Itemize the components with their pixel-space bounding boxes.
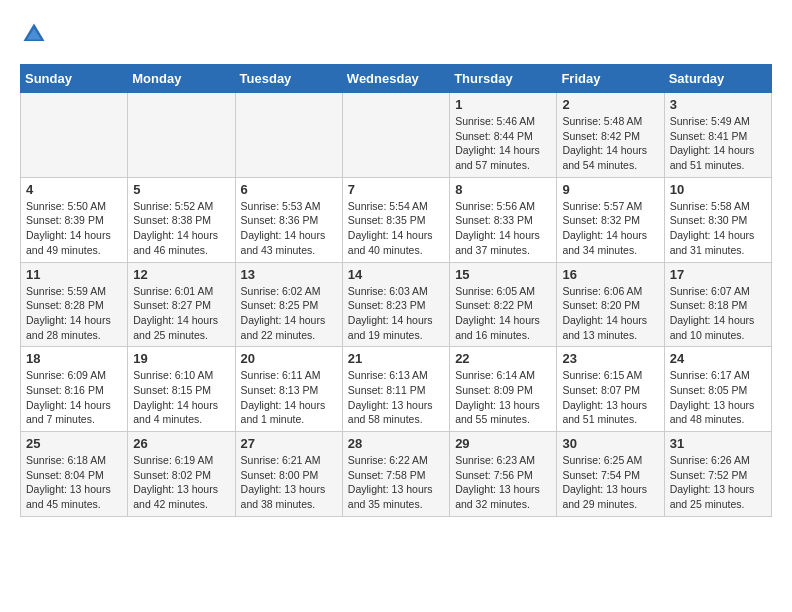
calendar-cell: 9Sunrise: 5:57 AMSunset: 8:32 PMDaylight… xyxy=(557,177,664,262)
calendar-cell xyxy=(235,93,342,178)
day-info: Sunrise: 6:22 AMSunset: 7:58 PMDaylight:… xyxy=(348,453,444,512)
day-number: 8 xyxy=(455,182,551,197)
day-info: Sunrise: 6:02 AMSunset: 8:25 PMDaylight:… xyxy=(241,284,337,343)
day-number: 26 xyxy=(133,436,229,451)
day-info: Sunrise: 6:15 AMSunset: 8:07 PMDaylight:… xyxy=(562,368,658,427)
day-info: Sunrise: 5:58 AMSunset: 8:30 PMDaylight:… xyxy=(670,199,766,258)
day-number: 5 xyxy=(133,182,229,197)
day-info: Sunrise: 6:07 AMSunset: 8:18 PMDaylight:… xyxy=(670,284,766,343)
calendar-cell xyxy=(21,93,128,178)
day-number: 17 xyxy=(670,267,766,282)
calendar-cell: 25Sunrise: 6:18 AMSunset: 8:04 PMDayligh… xyxy=(21,432,128,517)
day-number: 28 xyxy=(348,436,444,451)
calendar-header: SundayMondayTuesdayWednesdayThursdayFrid… xyxy=(21,65,772,93)
calendar-cell: 13Sunrise: 6:02 AMSunset: 8:25 PMDayligh… xyxy=(235,262,342,347)
calendar-cell: 14Sunrise: 6:03 AMSunset: 8:23 PMDayligh… xyxy=(342,262,449,347)
day-number: 31 xyxy=(670,436,766,451)
day-info: Sunrise: 6:19 AMSunset: 8:02 PMDaylight:… xyxy=(133,453,229,512)
day-number: 20 xyxy=(241,351,337,366)
calendar-cell: 1Sunrise: 5:46 AMSunset: 8:44 PMDaylight… xyxy=(450,93,557,178)
day-info: Sunrise: 6:11 AMSunset: 8:13 PMDaylight:… xyxy=(241,368,337,427)
day-number: 23 xyxy=(562,351,658,366)
day-number: 14 xyxy=(348,267,444,282)
day-of-week-header: Wednesday xyxy=(342,65,449,93)
logo xyxy=(20,20,52,48)
calendar-cell: 10Sunrise: 5:58 AMSunset: 8:30 PMDayligh… xyxy=(664,177,771,262)
day-number: 30 xyxy=(562,436,658,451)
day-info: Sunrise: 6:26 AMSunset: 7:52 PMDaylight:… xyxy=(670,453,766,512)
calendar-cell: 22Sunrise: 6:14 AMSunset: 8:09 PMDayligh… xyxy=(450,347,557,432)
day-number: 21 xyxy=(348,351,444,366)
calendar-cell: 30Sunrise: 6:25 AMSunset: 7:54 PMDayligh… xyxy=(557,432,664,517)
calendar-cell: 19Sunrise: 6:10 AMSunset: 8:15 PMDayligh… xyxy=(128,347,235,432)
day-number: 19 xyxy=(133,351,229,366)
day-info: Sunrise: 5:48 AMSunset: 8:42 PMDaylight:… xyxy=(562,114,658,173)
day-number: 11 xyxy=(26,267,122,282)
calendar-cell: 24Sunrise: 6:17 AMSunset: 8:05 PMDayligh… xyxy=(664,347,771,432)
day-info: Sunrise: 5:56 AMSunset: 8:33 PMDaylight:… xyxy=(455,199,551,258)
day-number: 3 xyxy=(670,97,766,112)
day-number: 6 xyxy=(241,182,337,197)
calendar-cell: 23Sunrise: 6:15 AMSunset: 8:07 PMDayligh… xyxy=(557,347,664,432)
calendar-cell: 2Sunrise: 5:48 AMSunset: 8:42 PMDaylight… xyxy=(557,93,664,178)
day-info: Sunrise: 6:17 AMSunset: 8:05 PMDaylight:… xyxy=(670,368,766,427)
page-header xyxy=(20,20,772,48)
day-number: 9 xyxy=(562,182,658,197)
day-info: Sunrise: 6:09 AMSunset: 8:16 PMDaylight:… xyxy=(26,368,122,427)
day-info: Sunrise: 6:03 AMSunset: 8:23 PMDaylight:… xyxy=(348,284,444,343)
calendar-cell: 7Sunrise: 5:54 AMSunset: 8:35 PMDaylight… xyxy=(342,177,449,262)
day-info: Sunrise: 5:54 AMSunset: 8:35 PMDaylight:… xyxy=(348,199,444,258)
day-number: 12 xyxy=(133,267,229,282)
day-number: 25 xyxy=(26,436,122,451)
calendar-cell: 6Sunrise: 5:53 AMSunset: 8:36 PMDaylight… xyxy=(235,177,342,262)
day-number: 22 xyxy=(455,351,551,366)
day-of-week-header: Monday xyxy=(128,65,235,93)
calendar-cell: 21Sunrise: 6:13 AMSunset: 8:11 PMDayligh… xyxy=(342,347,449,432)
day-info: Sunrise: 6:06 AMSunset: 8:20 PMDaylight:… xyxy=(562,284,658,343)
day-of-week-header: Sunday xyxy=(21,65,128,93)
day-info: Sunrise: 5:53 AMSunset: 8:36 PMDaylight:… xyxy=(241,199,337,258)
day-info: Sunrise: 6:14 AMSunset: 8:09 PMDaylight:… xyxy=(455,368,551,427)
day-info: Sunrise: 5:59 AMSunset: 8:28 PMDaylight:… xyxy=(26,284,122,343)
day-of-week-header: Thursday xyxy=(450,65,557,93)
day-number: 24 xyxy=(670,351,766,366)
day-info: Sunrise: 5:49 AMSunset: 8:41 PMDaylight:… xyxy=(670,114,766,173)
day-of-week-header: Saturday xyxy=(664,65,771,93)
day-number: 2 xyxy=(562,97,658,112)
day-of-week-header: Friday xyxy=(557,65,664,93)
day-of-week-header: Tuesday xyxy=(235,65,342,93)
day-info: Sunrise: 5:50 AMSunset: 8:39 PMDaylight:… xyxy=(26,199,122,258)
day-info: Sunrise: 6:13 AMSunset: 8:11 PMDaylight:… xyxy=(348,368,444,427)
calendar-cell: 4Sunrise: 5:50 AMSunset: 8:39 PMDaylight… xyxy=(21,177,128,262)
calendar-cell: 5Sunrise: 5:52 AMSunset: 8:38 PMDaylight… xyxy=(128,177,235,262)
day-info: Sunrise: 5:46 AMSunset: 8:44 PMDaylight:… xyxy=(455,114,551,173)
calendar-cell: 20Sunrise: 6:11 AMSunset: 8:13 PMDayligh… xyxy=(235,347,342,432)
day-info: Sunrise: 6:01 AMSunset: 8:27 PMDaylight:… xyxy=(133,284,229,343)
day-number: 13 xyxy=(241,267,337,282)
calendar-cell: 12Sunrise: 6:01 AMSunset: 8:27 PMDayligh… xyxy=(128,262,235,347)
calendar-cell: 17Sunrise: 6:07 AMSunset: 8:18 PMDayligh… xyxy=(664,262,771,347)
day-info: Sunrise: 6:23 AMSunset: 7:56 PMDaylight:… xyxy=(455,453,551,512)
day-number: 15 xyxy=(455,267,551,282)
day-info: Sunrise: 6:05 AMSunset: 8:22 PMDaylight:… xyxy=(455,284,551,343)
day-number: 29 xyxy=(455,436,551,451)
day-number: 7 xyxy=(348,182,444,197)
calendar-cell: 27Sunrise: 6:21 AMSunset: 8:00 PMDayligh… xyxy=(235,432,342,517)
day-info: Sunrise: 6:21 AMSunset: 8:00 PMDaylight:… xyxy=(241,453,337,512)
calendar-cell xyxy=(128,93,235,178)
day-number: 18 xyxy=(26,351,122,366)
calendar-cell: 11Sunrise: 5:59 AMSunset: 8:28 PMDayligh… xyxy=(21,262,128,347)
calendar-table: SundayMondayTuesdayWednesdayThursdayFrid… xyxy=(20,64,772,517)
calendar-cell: 29Sunrise: 6:23 AMSunset: 7:56 PMDayligh… xyxy=(450,432,557,517)
day-info: Sunrise: 6:18 AMSunset: 8:04 PMDaylight:… xyxy=(26,453,122,512)
day-info: Sunrise: 5:57 AMSunset: 8:32 PMDaylight:… xyxy=(562,199,658,258)
calendar-cell: 16Sunrise: 6:06 AMSunset: 8:20 PMDayligh… xyxy=(557,262,664,347)
calendar-cell: 15Sunrise: 6:05 AMSunset: 8:22 PMDayligh… xyxy=(450,262,557,347)
day-info: Sunrise: 6:10 AMSunset: 8:15 PMDaylight:… xyxy=(133,368,229,427)
day-number: 16 xyxy=(562,267,658,282)
calendar-cell: 8Sunrise: 5:56 AMSunset: 8:33 PMDaylight… xyxy=(450,177,557,262)
day-number: 4 xyxy=(26,182,122,197)
calendar-cell: 31Sunrise: 6:26 AMSunset: 7:52 PMDayligh… xyxy=(664,432,771,517)
calendar-cell: 28Sunrise: 6:22 AMSunset: 7:58 PMDayligh… xyxy=(342,432,449,517)
calendar-cell: 18Sunrise: 6:09 AMSunset: 8:16 PMDayligh… xyxy=(21,347,128,432)
